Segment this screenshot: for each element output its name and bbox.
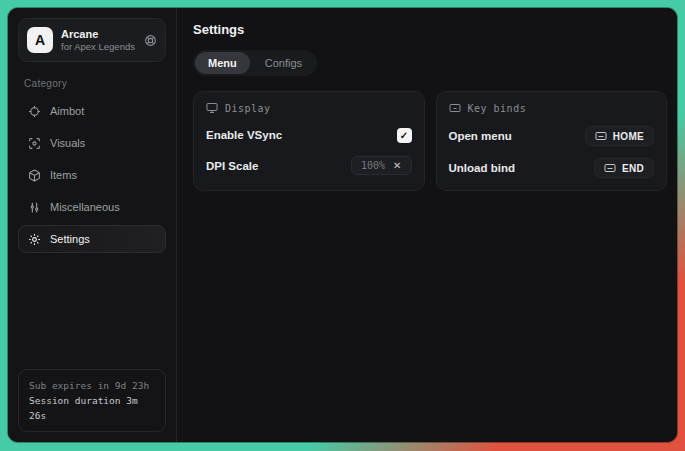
sidebar-item-label: Miscellaneous [50,201,120,213]
brand-name: Arcane [61,28,136,41]
keybinds-card-header: Key binds [449,102,655,114]
sliders-icon [28,201,41,214]
dpi-row: DPI Scale 100% ✕ [206,156,412,175]
session-card: Sub expires in 9d 23h Session duration 3… [18,369,166,432]
app-logo: A [27,27,53,53]
vsync-label: Enable VSync [206,129,282,141]
keyboard-icon [604,162,616,174]
sidebar: A Arcane for Apex Legends Category [8,8,177,442]
sidebar-spacer [18,253,166,369]
sidebar-item-visuals[interactable]: Visuals [18,129,166,157]
vsync-checkbox[interactable]: ✓ [397,128,412,143]
tab-configs[interactable]: Configs [252,52,315,74]
vsync-row: Enable VSync ✓ [206,126,412,144]
sidebar-item-label: Aimbot [50,105,84,117]
keybinds-card-title: Key binds [468,103,527,114]
sidebar-item-items[interactable]: Items [18,161,166,189]
sidebar-item-settings[interactable]: Settings [18,225,166,253]
monitor-icon [206,102,218,114]
keybinds-card: Key binds Open menu HOME [436,91,668,191]
tab-menu[interactable]: Menu [195,52,250,74]
sidebar-item-label: Visuals [50,137,85,149]
session-duration-text: Session duration 3m 26s [29,393,155,423]
open-menu-bind-value: HOME [613,131,644,142]
keyboard-icon [595,130,607,142]
display-card-title: Display [225,103,271,114]
open-menu-label: Open menu [449,130,512,142]
sidebar-item-miscellaneous[interactable]: Miscellaneous [18,193,166,221]
keyboard-icon [449,102,461,114]
brand-text: Arcane for Apex Legends [61,28,136,53]
clear-icon[interactable]: ✕ [393,161,401,171]
crosshair-icon [28,105,41,118]
brand-card: A Arcane for Apex Legends [18,18,166,62]
sub-expiry-text: Sub expires in 9d 23h [29,378,155,393]
page-title: Settings [193,22,667,37]
brand-subtitle: for Apex Legends [61,41,136,53]
lifebuoy-icon[interactable] [144,34,157,47]
sidebar-item-label: Settings [50,233,90,245]
category-label: Category [24,78,160,89]
gear-icon [28,233,41,246]
dpi-value: 100% [361,160,385,171]
sidebar-nav: Aimbot Visuals [18,97,166,253]
display-card-header: Display [206,102,412,114]
app-window: A Arcane for Apex Legends Category [8,8,677,442]
unload-bind-value: END [622,163,644,174]
sidebar-item-aimbot[interactable]: Aimbot [18,97,166,125]
open-menu-bind-button[interactable]: HOME [585,126,654,146]
open-menu-row: Open menu HOME [449,126,655,146]
tab-bar: Menu Configs [193,50,317,76]
dpi-label: DPI Scale [206,160,258,172]
sidebar-item-label: Items [50,169,77,181]
unload-bind-button[interactable]: END [594,158,654,178]
package-icon [28,169,41,182]
settings-cards: Display Enable VSync ✓ DPI Scale 100% ✕ [193,91,667,191]
unload-bind-label: Unload bind [449,162,515,174]
dpi-scale-input[interactable]: 100% ✕ [351,156,411,175]
scan-eye-icon [28,137,41,150]
display-card: Display Enable VSync ✓ DPI Scale 100% ✕ [193,91,425,191]
main-content: Settings Menu Configs Display [177,8,677,442]
unload-bind-row: Unload bind END [449,158,655,178]
